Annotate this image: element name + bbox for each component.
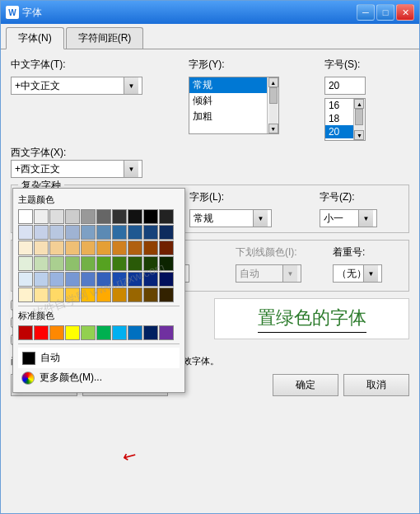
theme-color-cell[interactable] <box>159 225 174 240</box>
theme-color-cell[interactable] <box>143 256 158 271</box>
restore-button[interactable]: □ <box>376 4 394 21</box>
complex-size-select[interactable]: 小一 ▼ <box>320 209 377 227</box>
theme-color-cell[interactable] <box>143 287 158 302</box>
style-item-regular[interactable]: 常规 <box>189 77 267 93</box>
theme-color-cell[interactable] <box>143 209 158 224</box>
theme-color-cell[interactable] <box>96 287 111 302</box>
size-item-16[interactable]: 16 <box>325 99 353 112</box>
style-scroll-up[interactable]: ▲ <box>268 77 278 87</box>
theme-color-cell[interactable] <box>65 225 80 240</box>
standard-color-cell[interactable] <box>49 325 64 340</box>
theme-color-cell[interactable] <box>96 272 111 287</box>
standard-color-cell[interactable] <box>81 325 96 340</box>
theme-color-cell[interactable] <box>81 272 96 287</box>
theme-color-cell[interactable] <box>96 225 111 240</box>
theme-color-cell[interactable] <box>128 241 142 255</box>
size-item-20[interactable]: 20 <box>325 125 353 138</box>
theme-color-cell[interactable] <box>18 256 33 271</box>
underline-color-arrow[interactable]: ▼ <box>282 265 297 282</box>
style-item-italic[interactable]: 倾斜 <box>189 93 267 109</box>
theme-color-cell[interactable] <box>49 272 64 287</box>
theme-color-cell[interactable] <box>128 225 142 240</box>
standard-color-cell[interactable] <box>112 325 127 340</box>
theme-color-cell[interactable] <box>112 209 127 224</box>
theme-color-cell[interactable] <box>159 209 174 224</box>
western-font-arrow[interactable]: ▼ <box>124 161 138 177</box>
cancel-button[interactable]: 取消 <box>343 374 409 396</box>
emphasis-select[interactable]: （无） ▼ <box>333 264 382 283</box>
complex-size-arrow[interactable]: ▼ <box>358 210 373 227</box>
style-scroll-down[interactable]: ▼ <box>268 124 278 133</box>
western-font-select[interactable]: +西文正文 ▼ <box>11 160 142 178</box>
theme-color-cell[interactable] <box>128 256 142 271</box>
theme-color-cell[interactable] <box>81 209 96 224</box>
theme-color-cell[interactable] <box>65 209 80 224</box>
theme-color-cell[interactable] <box>128 272 142 287</box>
emphasis-arrow[interactable]: ▼ <box>363 265 378 282</box>
theme-color-cell[interactable] <box>49 256 64 271</box>
theme-color-cell[interactable] <box>49 225 64 240</box>
theme-color-cell[interactable] <box>143 241 158 255</box>
theme-color-cell[interactable] <box>49 287 64 302</box>
theme-color-cell[interactable] <box>128 287 142 302</box>
theme-color-cell[interactable] <box>65 272 80 287</box>
theme-color-cell[interactable] <box>112 225 127 240</box>
tab-spacing[interactable]: 字符间距(R) <box>66 27 144 49</box>
theme-color-cell[interactable] <box>65 256 80 271</box>
theme-color-cell[interactable] <box>128 209 142 224</box>
ok-button[interactable]: 确定 <box>273 374 338 396</box>
size-scroll-down[interactable]: ▼ <box>354 130 364 140</box>
theme-color-cell[interactable] <box>49 241 64 255</box>
theme-color-cell[interactable] <box>112 241 127 255</box>
theme-color-cell[interactable] <box>81 225 96 240</box>
size-input[interactable] <box>324 77 366 95</box>
theme-color-cell[interactable] <box>65 287 80 302</box>
theme-color-cell[interactable] <box>18 272 33 287</box>
theme-color-cell[interactable] <box>34 272 49 287</box>
theme-color-cell[interactable] <box>112 256 127 271</box>
more-colors-row[interactable]: 更多颜色(M)... <box>18 368 180 387</box>
theme-color-cell[interactable] <box>96 209 111 224</box>
theme-color-cell[interactable] <box>18 287 33 302</box>
theme-color-cell[interactable] <box>34 256 49 271</box>
standard-color-cell[interactable] <box>18 325 33 340</box>
theme-color-cell[interactable] <box>18 241 33 255</box>
size-scroll-up[interactable]: ▲ <box>354 99 364 109</box>
theme-color-cell[interactable] <box>18 209 33 224</box>
complex-style-select[interactable]: 常规 ▼ <box>189 209 272 227</box>
theme-color-cell[interactable] <box>112 287 127 302</box>
close-button[interactable]: ✕ <box>396 4 414 21</box>
standard-color-cell[interactable] <box>128 325 142 340</box>
underline-color-select[interactable]: 自动 ▼ <box>236 264 301 283</box>
minimize-button[interactable]: ─ <box>357 4 375 21</box>
theme-color-cell[interactable] <box>96 256 111 271</box>
chinese-font-select[interactable]: +中文正文 ▼ <box>11 77 142 95</box>
theme-color-cell[interactable] <box>159 287 174 302</box>
theme-color-cell[interactable] <box>143 272 158 287</box>
standard-color-cell[interactable] <box>96 325 111 340</box>
standard-color-cell[interactable] <box>159 325 174 340</box>
theme-color-cell[interactable] <box>34 287 49 302</box>
standard-color-cell[interactable] <box>143 325 158 340</box>
theme-color-cell[interactable] <box>81 287 96 302</box>
theme-color-cell[interactable] <box>159 272 174 287</box>
standard-color-cell[interactable] <box>34 325 49 340</box>
theme-color-cell[interactable] <box>159 241 174 255</box>
theme-color-cell[interactable] <box>112 272 127 287</box>
theme-color-cell[interactable] <box>159 256 174 271</box>
style-item-bold[interactable]: 加粗 <box>189 109 267 124</box>
theme-color-cell[interactable] <box>34 225 49 240</box>
theme-color-cell[interactable] <box>34 241 49 255</box>
size-listbox[interactable]: 16 18 20 ▲ ▼ <box>324 98 366 141</box>
style-listbox[interactable]: 常规 倾斜 加粗 ▲ ▼ <box>189 77 279 134</box>
complex-style-arrow[interactable]: ▼ <box>253 210 268 227</box>
tab-font[interactable]: 字体(N) <box>6 27 64 49</box>
theme-color-cell[interactable] <box>96 241 111 255</box>
theme-color-cell[interactable] <box>81 241 96 255</box>
auto-color-row[interactable]: 自动 <box>18 348 180 368</box>
theme-color-cell[interactable] <box>81 256 96 271</box>
chinese-font-arrow[interactable]: ▼ <box>124 77 138 94</box>
theme-color-cell[interactable] <box>34 209 49 224</box>
standard-color-cell[interactable] <box>65 325 80 340</box>
theme-color-cell[interactable] <box>18 225 33 240</box>
